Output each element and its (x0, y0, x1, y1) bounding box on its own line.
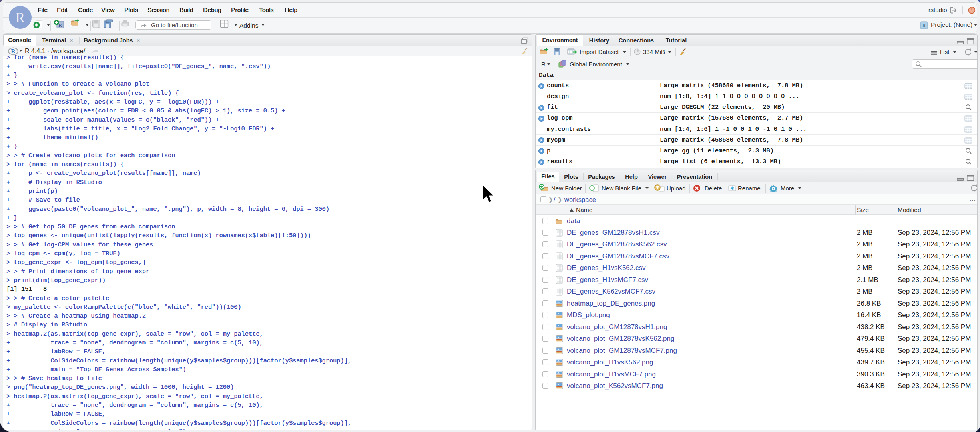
svg-text:R: R (922, 22, 926, 28)
